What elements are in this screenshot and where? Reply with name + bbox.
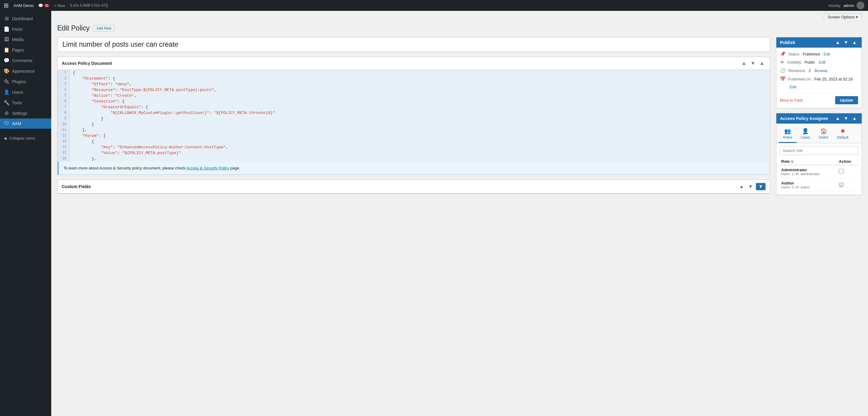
code-line-10: 10 } bbox=[58, 121, 770, 127]
editor-main: Access Policy Document ▲ ▼ ▲ 1 bbox=[57, 37, 770, 199]
panel-collapse-up-button[interactable]: ▲ bbox=[740, 60, 747, 67]
custom-fields-toggle-button[interactable]: ▼ bbox=[756, 183, 766, 190]
role-column-header: Role ⇅ bbox=[779, 158, 837, 165]
published-on-edit-link[interactable]: Edit bbox=[789, 85, 796, 89]
info-text: To learn more about Access & Security po… bbox=[64, 166, 186, 170]
role-checkbox-administrator[interactable] bbox=[839, 169, 844, 174]
sidebar-label-aam: AAM bbox=[12, 121, 21, 126]
assignee-panel-down-button[interactable]: ▼ bbox=[842, 116, 849, 121]
calendar-icon: 📅 bbox=[780, 76, 786, 82]
revisions-icon: 🕒 bbox=[780, 68, 786, 73]
code-line-14: 14 "Key": "EnhancedAccessPolicy:Author:C… bbox=[58, 144, 770, 150]
tab-default[interactable]: ✱ Default bbox=[833, 126, 852, 143]
sidebar-item-plugins[interactable]: 🔌 Plugins bbox=[0, 76, 51, 87]
visibility-icon: 👁 bbox=[780, 60, 784, 65]
role-name-cell-administrator: Administrator Users: 1; ID: administrato… bbox=[779, 165, 837, 178]
code-editor[interactable]: 1 { 2 "Statement": { 3 "Effect bbox=[58, 70, 770, 161]
sidebar-item-posts[interactable]: 📄 Posts bbox=[0, 24, 51, 34]
revisions-browse-link[interactable]: Browse bbox=[814, 68, 827, 73]
comments-menu-icon: 💬 bbox=[4, 58, 10, 63]
custom-fields-title: Custom Fields bbox=[62, 184, 91, 189]
sidebar-item-pages[interactable]: 📋 Pages bbox=[0, 44, 51, 55]
sidebar-label-media: Media bbox=[12, 37, 24, 42]
role-checked-icon-author: ☑ bbox=[839, 182, 844, 188]
sidebar-item-media[interactable]: 🖼 Media bbox=[0, 34, 51, 44]
editor-sidebar: Publish ▲ ▼ ▲ 📌 Status: Published Edit bbox=[776, 37, 862, 200]
sidebar-item-tools[interactable]: 🔧 Tools bbox=[0, 97, 51, 108]
page-header: Edit Policy Add New bbox=[57, 24, 862, 32]
publish-panel-collapse-button[interactable]: ▲ bbox=[851, 40, 858, 45]
comment-count: 0 bbox=[44, 4, 49, 7]
publish-panel-controls: ▲ ▼ ▲ bbox=[834, 40, 858, 45]
sidebar-item-aam[interactable]: 🛡 AAM bbox=[0, 118, 51, 129]
post-title-input[interactable] bbox=[58, 37, 770, 52]
new-content-item[interactable]: + New bbox=[54, 3, 65, 8]
sidebar-item-appearance[interactable]: 🎨 Appearance bbox=[0, 66, 51, 76]
search-role-input[interactable] bbox=[779, 146, 859, 155]
code-line-12: 12 "Param": [ bbox=[58, 133, 770, 139]
assignee-panel: Access Policy Assignee ▲ ▼ ▲ 👥 Roles bbox=[776, 113, 862, 195]
update-button[interactable]: Update bbox=[835, 96, 858, 104]
role-meta-administrator: Users: 1; ID: administrator bbox=[781, 172, 835, 176]
sidebar-item-users[interactable]: 👤 Users bbox=[0, 87, 51, 97]
tab-roles[interactable]: 👥 Roles bbox=[779, 126, 797, 143]
panel-toggle-button[interactable]: ▲ bbox=[758, 60, 766, 67]
screen-options-label: Screen Options bbox=[828, 15, 855, 19]
access-policy-panel-header[interactable]: Access Policy Document ▲ ▼ ▲ bbox=[58, 57, 770, 70]
roles-tab-label: Roles bbox=[783, 135, 792, 140]
visibility-edit-link[interactable]: Edit bbox=[819, 60, 826, 64]
roles-tab-icon: 👥 bbox=[784, 128, 791, 135]
add-new-button[interactable]: Add New bbox=[93, 25, 115, 32]
code-line-4: 4 "Resource": "PostType:${POLICY_META.po… bbox=[58, 87, 770, 93]
comments-item[interactable]: 💬 0 bbox=[38, 3, 49, 8]
role-table: Role ⇅ Action bbox=[779, 158, 859, 192]
posts-icon: 📄 bbox=[4, 26, 10, 32]
wp-logo-icon[interactable]: ⊞ bbox=[4, 2, 9, 9]
chevron-down-icon: ▾ bbox=[856, 15, 858, 19]
sidebar-label-dashboard: Dashboard bbox=[12, 16, 33, 21]
publish-panel: Publish ▲ ▼ ▲ 📌 Status: Published Edit bbox=[776, 37, 862, 108]
avatar bbox=[857, 1, 864, 9]
sidebar-label-users: Users bbox=[12, 90, 23, 95]
code-line-13: 13 { bbox=[58, 139, 770, 144]
move-to-trash-link[interactable]: Move to Trash bbox=[780, 98, 803, 102]
custom-fields-panel: Custom Fields ▲ ▼ ▼ bbox=[57, 180, 770, 194]
sidebar-item-dashboard[interactable]: ⊞ Dashboard bbox=[0, 13, 51, 24]
assignee-panel-up-button[interactable]: ▲ bbox=[834, 116, 841, 121]
code-lines: 1 { 2 "Statement": { 3 "Effect bbox=[58, 70, 770, 161]
assignee-panel-collapse-button[interactable]: ▲ bbox=[851, 116, 858, 121]
tab-users[interactable]: 👤 Users bbox=[797, 126, 814, 143]
action-column-header: Action bbox=[837, 158, 859, 165]
publish-panel-title: Publish bbox=[780, 40, 795, 45]
status-edit-link[interactable]: Edit bbox=[824, 52, 830, 56]
info-link[interactable]: Access & Security Policy bbox=[186, 166, 229, 170]
sidebar-label-comments: Comments bbox=[12, 58, 33, 63]
sidebar-item-settings[interactable]: ⚙ Settings bbox=[0, 108, 51, 118]
user-info[interactable]: Howdy, admin bbox=[828, 1, 864, 9]
custom-fields-down-button[interactable]: ▼ bbox=[747, 183, 754, 190]
sidebar-label-settings: Settings bbox=[12, 111, 27, 116]
role-name-administrator: Administrator bbox=[781, 168, 835, 172]
custom-fields-header[interactable]: Custom Fields ▲ ▼ ▼ bbox=[58, 180, 770, 194]
appearance-icon: 🎨 bbox=[4, 68, 10, 74]
info-suffix: page. bbox=[229, 166, 240, 170]
pages-icon: 📋 bbox=[4, 47, 10, 53]
screen-options-button[interactable]: Screen Options ▾ bbox=[824, 13, 862, 21]
code-line-8: 8 "${CALLBACK.MyCustomPlugin::getPostCou… bbox=[58, 110, 770, 116]
custom-fields-controls: ▲ ▼ ▼ bbox=[738, 183, 766, 190]
main-content: Screen Options ▾ Edit Policy Add New Acc… bbox=[51, 11, 868, 416]
publish-panel-up-button[interactable]: ▲ bbox=[834, 40, 841, 45]
publish-panel-down-button[interactable]: ▼ bbox=[842, 40, 849, 45]
revisions-label: Revisions: bbox=[788, 68, 806, 73]
panel-collapse-down-button[interactable]: ▼ bbox=[749, 60, 756, 67]
revisions-count: 2 bbox=[809, 68, 811, 73]
plugins-icon: 🔌 bbox=[4, 79, 10, 84]
sidebar-item-comments[interactable]: 💬 Comments bbox=[0, 55, 51, 66]
collapse-menu-item[interactable]: ◀ Collapse menu bbox=[0, 133, 51, 143]
site-name-item[interactable]: AAM Demo bbox=[13, 3, 33, 8]
access-policy-panel-title: Access Policy Document bbox=[62, 61, 112, 66]
comments-icon: 💬 bbox=[38, 3, 43, 8]
code-line-6: 6 "Condition": { bbox=[58, 98, 770, 104]
tab-visitor[interactable]: 🏠 Visitor bbox=[814, 126, 833, 143]
custom-fields-up-button[interactable]: ▲ bbox=[738, 183, 745, 190]
